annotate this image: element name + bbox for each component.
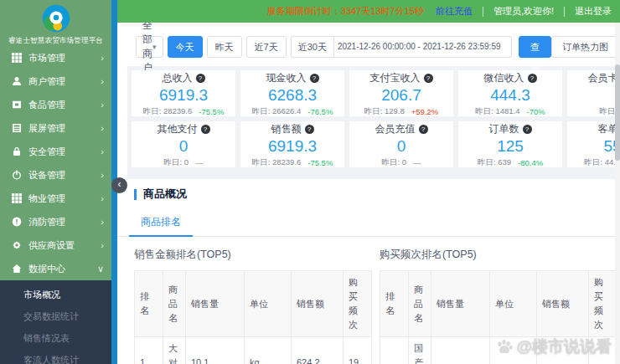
logout-button[interactable]: 退出登录 [575,5,612,18]
range-today-button[interactable]: 今天 [168,36,203,58]
recharge-link[interactable]: 前往充值 [436,5,473,18]
stat-label: 订单数 [489,122,519,136]
range-yesterday-button[interactable]: 昨天 [207,36,242,58]
help-icon[interactable]: ? [523,125,532,134]
stat-value: 0 [179,137,189,156]
sidebar-item-device[interactable]: 设备管理 › [0,163,111,187]
table-title: 销售金额排名(TOP5) [134,248,371,262]
sidebar-item-food[interactable]: 食品管理 › [0,93,111,116]
stat-value: 125 [497,137,524,156]
stat-label: 销售额 [271,122,302,136]
stat-delta: -70% [527,107,545,116]
help-icon[interactable]: ? [424,74,433,83]
table-header-row: 排名 商品名 销售量 单位 销售额 购买频次 [135,271,372,337]
stat-value: 6919.3 [159,86,208,105]
stat-delta: — [413,158,421,167]
help-icon[interactable]: ? [419,125,428,134]
table-header-row: 排名 商品名 销售量 单位 销售额 购买频次 [380,271,617,337]
filter-bar: 全部商户 ▾ 今天 昨天 近7天 近30天 2021-12-26 00:00:0… [117,23,620,66]
app-logo: 睿途士智慧农贸市场管理平台 [0,0,111,46]
stat-value: 444.3 [490,86,530,105]
sidebar-collapse-toggle[interactable]: ‹ [111,177,127,193]
submenu-item-market-overview[interactable]: 市场概况 [0,284,111,305]
submenu-item-sales-report[interactable]: 销售情况表 [0,327,111,349]
help-icon[interactable]: ? [201,125,210,134]
service-countdown: 服务期限倒计时：3347天13时7分15秒 [267,5,424,18]
range-30d-button[interactable]: 近30天 [291,36,334,58]
topbar-divider [483,7,483,17]
stat-card-sales-amount: 销售额? 6919.3 昨日: 28239.6-75.5% [240,121,344,167]
stat-card-order-count: 订单数? 125 昨日: 639-80.4% [458,121,562,167]
submenu-item-transaction-stats[interactable]: 交易数据统计 [0,305,111,327]
stat-yesterday: 昨日: 1481.4 [475,106,519,117]
grid-icon [11,193,22,204]
lock-icon [11,146,22,157]
stat-delta: +59.2% [411,107,439,116]
home-icon [11,264,22,274]
chevron-down-icon: ∨ [97,264,104,274]
chevron-right-icon: › [101,240,104,250]
stat-label: 现金收入 [266,71,307,85]
chevron-right-icon: › [101,100,104,110]
chevron-right-icon: › [101,76,104,86]
stat-yesterday: 昨日: 26626.4 [252,106,302,117]
chevron-right-icon: › [101,53,104,63]
tab-product-ranking[interactable]: 商品排名 [129,208,193,237]
stat-card-cash-income: 现金收入? 6268.3 昨日: 26626.4-76.5% [240,70,344,116]
frequency-ranking-block: 购买频次排名(TOP5) 排名 商品名 销售量 单位 销售额 购买频次 1 国产… [380,248,617,364]
stat-value: 6268.3 [268,86,317,105]
help-icon[interactable]: ? [305,125,314,134]
chevron-down-icon: ▾ [152,43,157,51]
sidebar-item-property[interactable]: 物业管理 › [0,187,111,210]
stat-yesterday: 昨日: 28239.6 [252,157,302,168]
sidebar-item-supplier[interactable]: 供应商设置 › [0,233,111,257]
sidebar-item-market[interactable]: 市场管理 › [0,46,111,69]
chevron-right-icon: › [101,193,104,203]
scrollbar-thumb[interactable] [615,64,620,161]
power-icon [11,170,22,181]
section-title: 商品概况 [143,187,187,202]
stat-label: 支付宝收入 [370,71,421,85]
chevron-right-icon: › [101,123,104,133]
sidebar-item-data-center[interactable]: 数据中心 ∨ [0,257,111,280]
stat-yesterday: 昨日: 639 [478,157,511,168]
table-row: 1 国产水果 121.1 斤 147.8 32 [380,337,617,364]
stat-card-other-payment: 其他支付? 0 昨日: 0— [132,121,235,167]
stat-yesterday: 昨日: 0 [163,157,189,168]
tabs-row: 商品排名 [117,208,620,237]
stat-yesterday: 昨日: 0 [381,157,406,168]
sidebar-menu: 市场管理 › 商户管理 › 食品管理 › 展屏管理 › 安全管理 › 设备管理 … [0,46,111,280]
sidebar-item-fire[interactable]: 消防管理 › [0,210,111,233]
table-row: 1 大对虾 10.1 kg 624.2 19 [135,337,372,364]
stat-value: 206.7 [381,86,421,105]
stat-card-wechat-income: 微信收入? 444.3 昨日: 1481.4-70% [458,70,562,116]
screen-icon [11,123,22,134]
stat-delta: -80.4% [518,158,543,167]
range-7d-button[interactable]: 近7天 [246,36,287,58]
chevron-right-icon: › [101,146,104,156]
ranking-tables: 销售金额排名(TOP5) 排名 商品名 销售量 单位 销售额 购买频次 1 大对… [117,237,620,364]
date-range-input[interactable]: 2021-12-26 00:00:00 - 2021-12-26 23:59:5… [334,36,512,58]
scrollbar [615,23,620,364]
stat-card-member-recharge: 会员充值? 0 昨日: 0— [349,121,453,167]
merchant-select[interactable]: 全部商户 ▾ [136,36,163,58]
stat-delta: — [195,158,204,167]
stat-label: 总收入 [163,71,193,85]
order-heatmap-button[interactable]: 订单热力图 [551,36,619,58]
sidebar: 睿途士智慧农贸市场管理平台 市场管理 › 商户管理 › 食品管理 › 展屏管理 … [0,0,111,364]
sidebar-item-merchant[interactable]: 商户管理 › [0,69,111,93]
section-header: 商品概况 [117,179,620,208]
user-icon [11,76,22,87]
help-icon[interactable]: ? [528,74,537,83]
help-icon[interactable]: ? [196,74,205,83]
main-content: 全部商户 ▾ 今天 昨天 近7天 近30天 2021-12-26 00:00:0… [117,23,620,364]
alert-circle-icon [11,217,22,228]
stat-card-member-card-spend: 会员卡消费? 0 昨日: 0— [567,70,620,116]
table-title: 购买频次排名(TOP5) [380,248,617,262]
stat-yesterday: 昨日: 28239.6 [143,106,193,117]
submenu-item-visitor-stats[interactable]: 客流人数统计 [0,349,111,364]
sidebar-item-security[interactable]: 安全管理 › [0,140,111,163]
help-icon[interactable]: ? [310,74,319,83]
sidebar-item-screen[interactable]: 展屏管理 › [0,116,111,140]
query-button[interactable]: 查询 [519,36,551,58]
